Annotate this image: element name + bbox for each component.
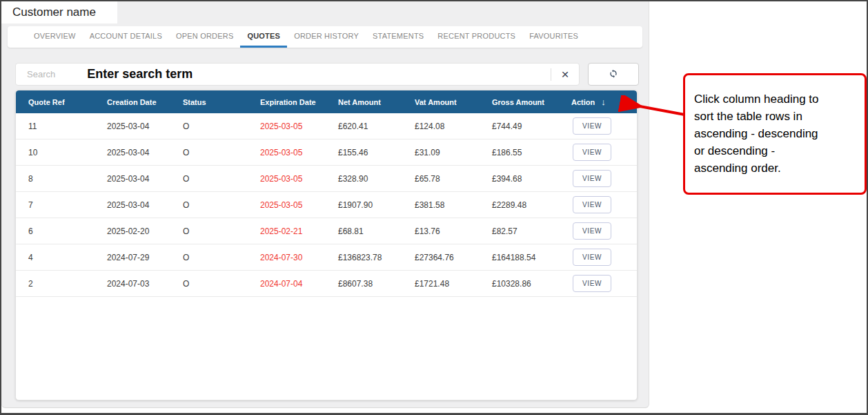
- cell-quote-ref: 8: [16, 174, 95, 184]
- cell-action: VIEW: [559, 249, 637, 266]
- column-header-quote-ref[interactable]: Quote Ref: [16, 98, 95, 106]
- search-input[interactable]: Search Enter search term ×: [15, 63, 580, 86]
- tab-statements[interactable]: STATEMENTS: [366, 26, 431, 48]
- view-button[interactable]: VIEW: [573, 170, 611, 187]
- cell-vat-amount: £381.58: [402, 200, 480, 210]
- cell-expiration-date: 2024-07-04: [248, 279, 326, 289]
- cell-vat-amount: £31.09: [402, 148, 480, 157]
- search-placeholder: Search: [27, 69, 55, 79]
- cell-gross-amount: £164188.54: [480, 253, 559, 262]
- cell-expiration-date: 2025-03-05: [248, 200, 326, 210]
- cell-quote-ref: 10: [16, 148, 95, 157]
- cell-action: VIEW: [559, 170, 637, 187]
- view-button[interactable]: VIEW: [573, 249, 611, 266]
- tab-account-details[interactable]: ACCOUNT DETAILS: [83, 26, 169, 48]
- cell-gross-amount: £394.68: [480, 174, 559, 184]
- table-row: 6 2025-02-20 O 2025-02-21 £68.81 £13.76 …: [16, 218, 637, 244]
- table-row: 4 2024-07-29 O 2024-07-30 £136823.78 £27…: [16, 244, 637, 271]
- table-row: 11 2025-03-04 O 2025-03-05 £620.41 £124.…: [16, 113, 637, 139]
- column-header-vat-amount[interactable]: Vat Amount: [402, 98, 480, 106]
- cell-net-amount: £155.46: [326, 148, 402, 157]
- cell-net-amount: £68.81: [326, 226, 402, 236]
- cell-net-amount: £1907.90: [326, 200, 402, 210]
- quotes-table-body: 11 2025-03-04 O 2025-03-05 £620.41 £124.…: [16, 113, 637, 297]
- cell-vat-amount: £27364.76: [402, 253, 480, 262]
- cell-status: O: [170, 148, 248, 157]
- cell-expiration-date: 2025-02-21: [248, 226, 326, 236]
- search-annotation-label: Enter search term: [87, 67, 193, 81]
- cell-creation-date: 2025-03-04: [95, 122, 170, 131]
- table-row: 7 2025-03-04 O 2025-03-05 £1907.90 £381.…: [16, 192, 637, 218]
- cell-net-amount: £328.90: [326, 174, 402, 184]
- cell-expiration-date: 2025-03-05: [248, 174, 326, 184]
- cell-expiration-date: 2024-07-30: [248, 253, 326, 262]
- refresh-button[interactable]: [588, 63, 639, 86]
- view-button[interactable]: VIEW: [573, 275, 611, 292]
- cell-gross-amount: £744.49: [480, 122, 559, 131]
- cell-status: O: [170, 279, 248, 289]
- cell-net-amount: £136823.78: [326, 253, 402, 262]
- view-button[interactable]: VIEW: [573, 117, 611, 135]
- column-header-gross-amount[interactable]: Gross Amount: [480, 98, 559, 106]
- cell-status: O: [170, 226, 248, 236]
- cell-quote-ref: 6: [16, 226, 95, 236]
- cell-expiration-date: 2025-03-05: [248, 122, 326, 131]
- cell-quote-ref: 2: [16, 279, 95, 289]
- cell-gross-amount: £82.57: [480, 226, 559, 236]
- customer-title-tab: Customer name: [1, 1, 117, 23]
- tab-open-orders[interactable]: OPEN ORDERS: [169, 26, 241, 48]
- cell-status: O: [170, 122, 248, 131]
- cell-action: VIEW: [559, 222, 637, 240]
- view-button[interactable]: VIEW: [573, 196, 611, 213]
- view-button[interactable]: VIEW: [573, 222, 611, 240]
- table-row: 8 2025-03-04 O 2025-03-05 £328.90 £65.78…: [16, 166, 637, 192]
- screenshot-root: { "page": { "title": "Customer name" }, …: [0, 0, 868, 415]
- column-header-expiration-date[interactable]: Expiration Date: [248, 98, 326, 106]
- quotes-table-header: Quote Ref Creation Date Status Expiratio…: [16, 90, 637, 113]
- cell-status: O: [170, 174, 248, 184]
- cell-vat-amount: £13.76: [402, 226, 480, 236]
- tab-recent-products[interactable]: RECENT PRODUCTS: [431, 26, 522, 48]
- cell-vat-amount: £1721.48: [402, 279, 480, 289]
- cell-expiration-date: 2025-03-05: [248, 148, 326, 157]
- tab-favourites[interactable]: FAVOURITES: [522, 26, 585, 48]
- cell-vat-amount: £124.08: [402, 122, 480, 131]
- column-header-status[interactable]: Status: [170, 98, 248, 106]
- cell-net-amount: £8607.38: [326, 279, 402, 289]
- quotes-table: Quote Ref Creation Date Status Expiratio…: [15, 90, 638, 400]
- cell-gross-amount: £2289.48: [480, 200, 559, 210]
- cell-net-amount: £620.41: [326, 122, 402, 131]
- cell-status: O: [170, 200, 248, 210]
- cell-status: O: [170, 253, 248, 262]
- cell-action: VIEW: [559, 117, 637, 135]
- callout-arrow: [611, 95, 686, 119]
- view-button[interactable]: VIEW: [573, 144, 611, 161]
- cell-creation-date: 2025-03-04: [95, 148, 170, 157]
- account-panel: Customer name OVERVIEW ACCOUNT DETAILS O…: [1, 1, 649, 408]
- tab-overview[interactable]: OVERVIEW: [27, 26, 83, 48]
- cell-quote-ref: 7: [16, 200, 95, 210]
- sort-help-callout: Click column heading to sort the table r…: [683, 73, 867, 195]
- column-header-net-amount[interactable]: Net Amount: [326, 98, 402, 106]
- cell-gross-amount: £186.55: [480, 148, 559, 157]
- cell-quote-ref: 4: [16, 253, 95, 262]
- tab-order-history[interactable]: ORDER HISTORY: [287, 26, 366, 48]
- table-row: 2 2024-07-03 O 2024-07-04 £8607.38 £1721…: [16, 271, 637, 297]
- account-tab-bar: OVERVIEW ACCOUNT DETAILS OPEN ORDERS QUO…: [8, 26, 642, 48]
- cell-quote-ref: 11: [16, 122, 95, 131]
- cell-action: VIEW: [559, 196, 637, 213]
- cell-gross-amount: £10328.86: [480, 279, 559, 289]
- cell-action: VIEW: [559, 144, 637, 161]
- close-icon[interactable]: ×: [551, 64, 579, 85]
- cell-creation-date: 2024-07-29: [95, 253, 170, 262]
- cell-creation-date: 2025-02-20: [95, 226, 170, 236]
- tab-quotes[interactable]: QUOTES: [240, 26, 287, 48]
- arrow-down-icon[interactable]: ↓: [601, 97, 606, 107]
- column-header-creation-date[interactable]: Creation Date: [95, 98, 170, 106]
- cell-creation-date: 2024-07-03: [95, 279, 170, 289]
- cell-creation-date: 2025-03-04: [95, 174, 170, 184]
- cell-vat-amount: £65.78: [402, 174, 480, 184]
- table-row: 10 2025-03-04 O 2025-03-05 £155.46 £31.0…: [16, 139, 637, 166]
- page-title: Customer name: [12, 6, 96, 19]
- cell-creation-date: 2025-03-04: [95, 200, 170, 210]
